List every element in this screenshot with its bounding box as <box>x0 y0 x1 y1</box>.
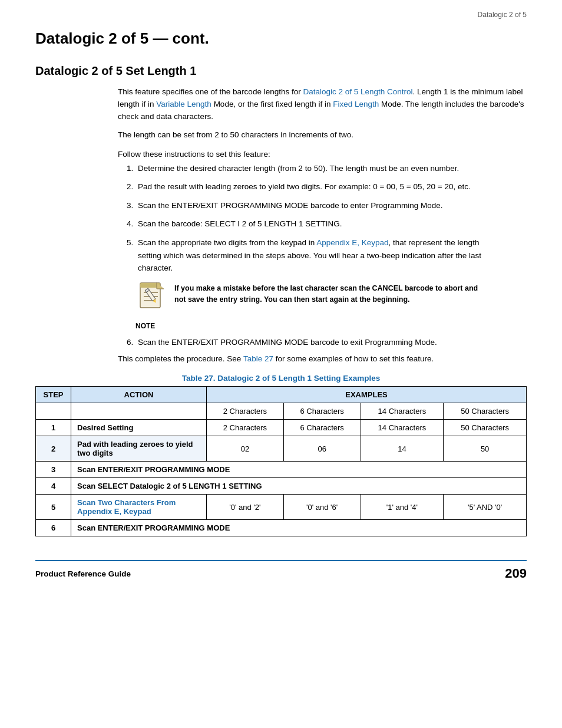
table-row: 4 Scan SELECT Datalogic 2 of 5 LENGTH 1 … <box>36 478 527 495</box>
note-box: If you make a mistake before the last ch… <box>135 281 480 311</box>
th-6char: 6 Characters <box>283 403 361 420</box>
row2-ex3: 14 <box>361 436 444 462</box>
page-header: Datalogic 2 of 5 <box>478 11 527 19</box>
row1-ex4: 50 Characters <box>444 420 527 436</box>
step-1: Determine the desired character length (… <box>135 162 491 175</box>
row2-action: Pad with leading zeroes to yield two dig… <box>71 436 207 462</box>
step-3: Scan the ENTER/EXIT PROGRAMMING MODE bar… <box>135 199 491 212</box>
examples-table: STEP ACTION EXAMPLES 2 Characters 6 Char… <box>35 386 527 536</box>
table-row: 3 Scan ENTER/EXIT PROGRAMMING MODE <box>36 462 527 478</box>
th-14char: 14 Characters <box>361 403 444 420</box>
th-action: ACTION <box>71 387 207 403</box>
row5-ex1: '0' and '2' <box>207 495 284 520</box>
row2-step: 2 <box>36 436 71 462</box>
th-empty-step <box>36 403 71 420</box>
instructions-label: Follow these instructions to set this fe… <box>118 150 527 159</box>
table-row: 1 Desired Setting 2 Characters 6 Charact… <box>36 420 527 436</box>
page-container: Datalogic 2 of 5 Datalogic 2 of 5 — cont… <box>0 0 562 617</box>
row1-step: 1 <box>36 420 71 436</box>
step-4: Scan the barcode: SELECT I 2 of 5 LENGTH… <box>135 218 491 230</box>
footer-right: 209 <box>505 566 527 581</box>
th-examples: EXAMPLES <box>207 387 527 403</box>
row2-ex2: 06 <box>283 436 361 462</box>
row1-ex3: 14 Characters <box>361 420 444 436</box>
th-2char: 2 Characters <box>207 403 284 420</box>
link-length-control[interactable]: Datalogic 2 of 5 Length Control <box>303 87 412 96</box>
table-title: Table 27. Datalogic 2 of 5 Length 1 Sett… <box>35 374 527 383</box>
link-table27[interactable]: Table 27 <box>243 354 273 363</box>
table-row: 2 Pad with leading zeroes to yield two d… <box>36 436 527 462</box>
table-row: 6 Scan ENTER/EXIT PROGRAMMING MODE <box>36 520 527 536</box>
step-6: Scan the ENTER/EXIT PROGRAMMING MODE bar… <box>135 336 491 349</box>
row6-step: 6 <box>36 520 71 536</box>
link-appendix-e[interactable]: Appendix E, Keypad <box>316 238 388 247</box>
note-icon <box>135 281 166 311</box>
row5-action: Scan Two Characters From Appendix E, Key… <box>71 495 207 520</box>
link-row5-appendix[interactable]: Scan Two Characters From Appendix E, Key… <box>77 498 176 516</box>
note-label: NOTE <box>135 322 527 330</box>
row3-step: 3 <box>36 462 71 478</box>
table-row: 5 Scan Two Characters From Appendix E, K… <box>36 495 527 520</box>
th-50char: 50 Characters <box>444 403 527 420</box>
body-paragraph-1: This feature specifies one of the barcod… <box>118 86 527 123</box>
main-title: Datalogic 2 of 5 — cont. <box>35 29 527 48</box>
row1-ex1: 2 Characters <box>207 420 284 436</box>
link-fixed-length[interactable]: Fixed Length <box>333 100 379 108</box>
footer-left: Product Reference Guide <box>35 569 131 578</box>
section-title: Datalogic 2 of 5 Set Length 1 <box>35 64 527 78</box>
row4-action: Scan SELECT Datalogic 2 of 5 LENGTH 1 SE… <box>71 478 527 495</box>
row6-action: Scan ENTER/EXIT PROGRAMMING MODE <box>71 520 527 536</box>
steps-list: Determine the desired character length (… <box>135 162 491 275</box>
row5-ex3: '1' and '4' <box>361 495 444 520</box>
link-variable-length[interactable]: Variable Length <box>156 100 211 108</box>
step-2: Pad the result with leading zeroes to yi… <box>135 180 491 193</box>
row2-ex1: 02 <box>207 436 284 462</box>
row1-action: Desired Setting <box>71 420 207 436</box>
footer-bar: Product Reference Guide 209 <box>35 560 527 581</box>
row5-ex4: '5' AND '0' <box>444 495 527 520</box>
th-step: STEP <box>36 387 71 403</box>
step-6-list: Scan the ENTER/EXIT PROGRAMMING MODE bar… <box>135 336 491 349</box>
row5-ex2: '0' and '6' <box>283 495 361 520</box>
completes-text: This completes the procedure. See Table … <box>118 354 527 363</box>
body-paragraph-2: The length can be set from 2 to 50 chara… <box>118 129 527 141</box>
row2-ex4: 50 <box>444 436 527 462</box>
row4-step: 4 <box>36 478 71 495</box>
step-5: Scan the appropriate two digits from the… <box>135 236 491 275</box>
row1-ex2: 6 Characters <box>283 420 361 436</box>
row3-action: Scan ENTER/EXIT PROGRAMMING MODE <box>71 462 527 478</box>
th-empty-action <box>71 403 207 420</box>
note-text: If you make a mistake before the last ch… <box>174 281 480 305</box>
row5-step: 5 <box>36 495 71 520</box>
